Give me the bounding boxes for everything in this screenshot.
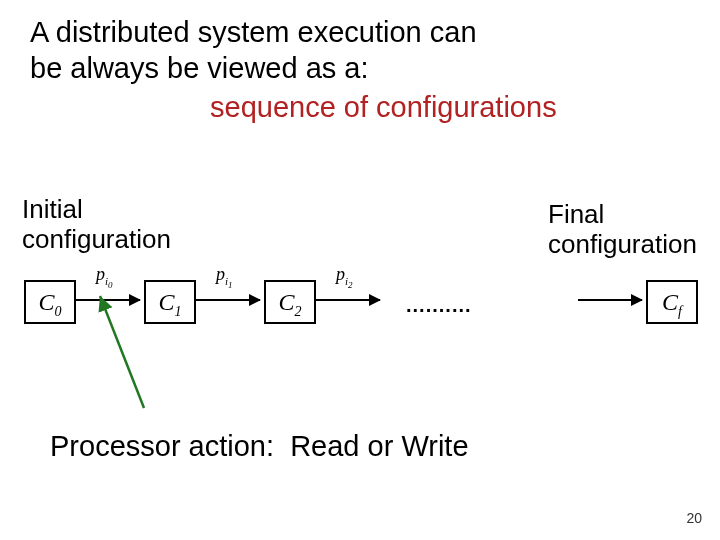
ellipsis: .......... (406, 294, 472, 317)
node-c2-sym: C (278, 289, 294, 315)
label-initial-l2: configuration (22, 224, 171, 254)
transition-label-p0: pi0 (96, 264, 113, 290)
slide-title: A distributed system execution can be al… (30, 14, 690, 125)
node-c0-sym: C (38, 289, 54, 315)
node-c2: C2 (264, 280, 316, 324)
node-c2-sub: 2 (295, 304, 302, 319)
node-cf: Cf (646, 280, 698, 324)
arrow-1-2 (196, 299, 260, 301)
node-c0: C0 (24, 280, 76, 324)
title-line1: A distributed system execution can (30, 16, 477, 48)
arrow-2-dots (316, 299, 380, 301)
page-number: 20 (686, 510, 702, 526)
node-c0-sub: 0 (55, 304, 62, 319)
arrow-dots-f (578, 299, 642, 301)
label-initial-config: Initial configuration (22, 195, 171, 255)
label-final-l2: configuration (548, 229, 697, 259)
transition-label-p2: pi2 (336, 264, 353, 290)
label-initial-l1: Initial (22, 194, 83, 224)
processor-action-line: Processor action: Read or Write (50, 430, 469, 463)
node-c1-sym: C (158, 289, 174, 315)
node-c1: C1 (144, 280, 196, 324)
arrow-0-1 (76, 299, 140, 301)
processor-action-value: Read or Write (290, 430, 468, 462)
transition-label-p1: pi1 (216, 264, 233, 290)
title-emphasis: sequence of configurations (210, 89, 690, 125)
processor-action-label: Processor action: (50, 430, 274, 462)
node-cf-sym: C (662, 289, 678, 315)
node-cf-sub: f (678, 304, 682, 319)
node-c1-sub: 1 (175, 304, 182, 319)
label-final-l1: Final (548, 199, 604, 229)
label-final-config: Final configuration (548, 200, 697, 260)
title-line2: be always be viewed as a: (30, 52, 369, 84)
config-sequence-diagram: C0 pi0 C1 pi1 C2 pi2 .......... Cf (6, 270, 716, 340)
